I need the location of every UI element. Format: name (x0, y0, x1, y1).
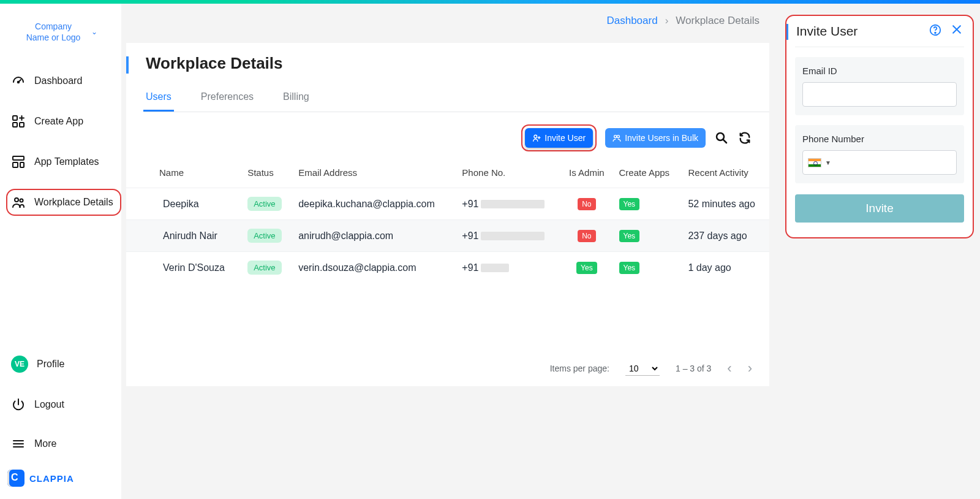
tab-billing[interactable]: Billing (281, 86, 312, 112)
users-table: Name Status Email Address Phone No. Is A… (126, 158, 769, 283)
page-title: Workplace Details (146, 54, 769, 73)
sidebar-item-dashboard[interactable]: Dashboard (6, 67, 121, 94)
cell-recent: 237 days ago (682, 220, 769, 252)
status-badge: Active (247, 229, 281, 243)
yes-badge: Yes (619, 230, 640, 242)
tab-label: Users (146, 91, 172, 102)
cell-email: verin.dsouza@clappia.com (292, 252, 456, 284)
cell-create-apps: Yes (613, 188, 682, 220)
table-row[interactable]: Verin D'Souza Active verin.dsouza@clappi… (126, 252, 769, 284)
svg-rect-5 (13, 162, 18, 167)
svg-rect-6 (20, 162, 24, 167)
col-is-admin[interactable]: Is Admin (560, 158, 612, 188)
tab-label: Billing (283, 91, 309, 102)
col-email[interactable]: Email Address (292, 158, 456, 188)
cell-create-apps: Yes (613, 252, 682, 284)
tab-users[interactable]: Users (143, 86, 174, 112)
sidebar-item-profile[interactable]: VE Profile (6, 349, 115, 379)
cell-is-admin: No (560, 188, 612, 220)
cell-recent: 52 minutes ago (682, 188, 769, 220)
tabs: Users Preferences Billing (143, 86, 769, 112)
svg-point-8 (20, 199, 23, 202)
cell-phone: +91 (456, 220, 560, 252)
panel-title: Invite User (796, 24, 929, 39)
close-icon[interactable] (951, 23, 963, 39)
phone-input[interactable]: ▼ (802, 150, 957, 175)
accent-bar (126, 56, 129, 74)
brand[interactable]: CLAPPIA (7, 470, 115, 487)
cell-email: deepika.kuchana@clappia.com (292, 188, 456, 220)
india-flag-icon (808, 158, 821, 167)
sidebar-item-label: Profile (37, 359, 64, 370)
menu-icon (11, 436, 26, 451)
svg-point-9 (534, 135, 537, 138)
sidebar-item-label: Workplace Details (34, 197, 113, 208)
cell-status: Active (241, 252, 292, 284)
pagination: Items per page: 10 1 – 3 of 3 ‹ › (550, 360, 752, 376)
team-icon (11, 195, 26, 210)
prev-page-button[interactable]: ‹ (727, 360, 731, 376)
users-icon (612, 134, 621, 142)
pagination-range: 1 – 3 of 3 (676, 364, 711, 373)
email-section: Email ID (795, 57, 964, 115)
col-recent[interactable]: Recent Activity (682, 158, 769, 188)
email-label: Email ID (802, 66, 957, 76)
invite-users-bulk-button[interactable]: Invite Users in Bulk (605, 128, 706, 148)
sidebar-item-app-templates[interactable]: App Templates (6, 148, 121, 175)
search-icon[interactable] (714, 131, 729, 145)
panel-header: Invite User (795, 21, 964, 47)
toolbar: Invite User Invite Users in Bulk (126, 112, 769, 158)
brand-text: CLAPPIA (29, 473, 74, 484)
sidebar-item-more[interactable]: More (6, 430, 115, 457)
card-header: Workplace Details Users Preferences Bill… (126, 43, 769, 112)
company-selector[interactable]: Company Name or Logo ⌄ (0, 15, 121, 55)
sidebar-item-create-app[interactable]: Create App (6, 108, 121, 135)
templates-icon (11, 154, 26, 169)
invite-submit-button[interactable]: Invite (795, 194, 964, 223)
sidebar-nav: Dashboard Create App App Templates Workp… (0, 67, 121, 216)
user-plus-icon (532, 134, 541, 142)
cell-status: Active (241, 188, 292, 220)
col-status[interactable]: Status (241, 158, 292, 188)
invite-user-button[interactable]: Invite User (525, 128, 593, 148)
sidebar-item-label: Create App (34, 116, 83, 127)
phone-label: Phone Number (802, 134, 957, 144)
cell-is-admin: No (560, 220, 612, 252)
svg-point-14 (935, 32, 936, 34)
highlight-frame: Invite User (521, 124, 597, 151)
next-page-button[interactable]: › (748, 360, 752, 376)
col-create-apps[interactable]: Create Apps (613, 158, 682, 188)
breadcrumb-root[interactable]: Dashboard (606, 15, 657, 27)
breadcrumb-current: Workplace Details (676, 15, 760, 27)
gauge-icon (11, 74, 26, 88)
cell-phone: +91 (456, 252, 560, 284)
tab-preferences[interactable]: Preferences (198, 86, 256, 112)
sidebar-item-workplace-details[interactable]: Workplace Details (6, 189, 121, 216)
col-name[interactable]: Name (126, 158, 241, 188)
sidebar-item-label: App Templates (34, 156, 99, 167)
phone-section: Phone Number ▼ (795, 125, 964, 183)
svg-rect-2 (13, 123, 17, 127)
svg-point-11 (617, 135, 619, 138)
cell-name: Verin D'Souza (126, 252, 241, 284)
chevron-down-icon: ⌄ (91, 28, 97, 36)
status-badge: Active (247, 197, 281, 211)
help-icon[interactable] (929, 23, 942, 39)
invite-user-panel: Invite User Email ID Phone Number ▼ (785, 15, 974, 238)
cell-phone: +91 (456, 188, 560, 220)
col-phone[interactable]: Phone No. (456, 158, 560, 188)
sidebar-item-label: Logout (34, 399, 64, 410)
table-row[interactable]: Anirudh Nair Active anirudh@clappia.com … (126, 220, 769, 252)
svg-rect-1 (13, 116, 17, 120)
redacted-phone (481, 232, 545, 240)
svg-point-10 (614, 135, 617, 138)
email-input[interactable] (802, 82, 957, 107)
items-per-page-select[interactable]: 10 (625, 362, 660, 376)
sidebar-item-label: Dashboard (34, 75, 82, 86)
tab-label: Preferences (201, 91, 254, 102)
table-row[interactable]: Deepika Active deepika.kuchana@clappia.c… (126, 188, 769, 220)
refresh-icon[interactable] (737, 131, 752, 145)
invite-panel-container: Invite User Email ID Phone Number ▼ (779, 4, 980, 499)
sidebar-item-logout[interactable]: Logout (6, 391, 115, 418)
no-badge: No (578, 230, 595, 242)
